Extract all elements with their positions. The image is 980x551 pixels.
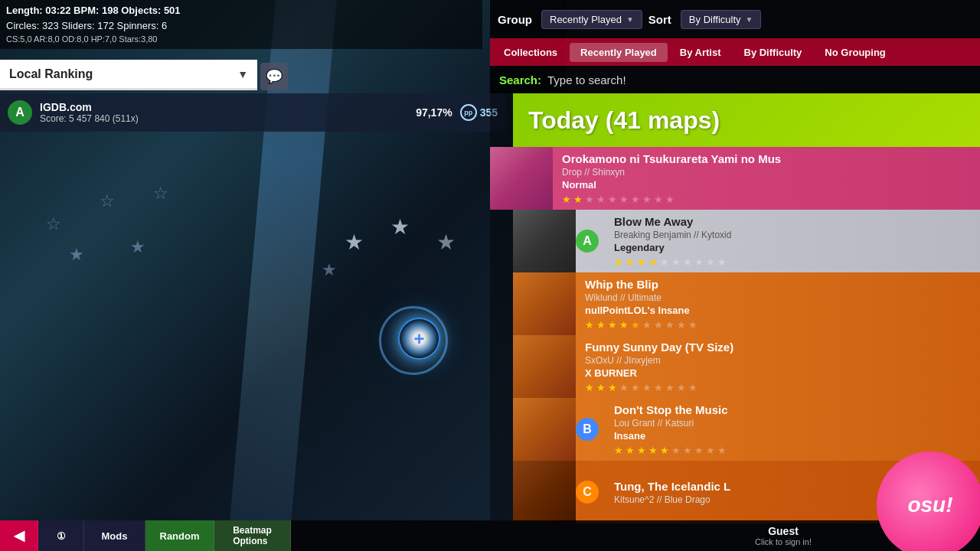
bg-star: ★ [69, 245, 84, 265]
score-entry: A IGDB.com Score: 5 457 840 (511x) 97,17… [0, 93, 505, 132]
mods-button[interactable]: Mods [84, 520, 145, 551]
hit-star: ★ [390, 214, 410, 240]
song-stars-2: ★ ★ ★ ★ ★ ★ ★ ★ ★ ★ [614, 256, 971, 268]
filter-by-artist[interactable]: By Artist [669, 43, 732, 62]
song-thumb-4 [513, 335, 576, 398]
filter-by-difficulty[interactable]: By Difficulty [733, 43, 813, 62]
search-label: Search: [499, 73, 541, 86]
map-stats-line3: CS:5,0 AR:8,0 OD:8,0 HP:7,0 Stars:3,80 [6, 33, 476, 46]
filter-collections[interactable]: Collections [493, 43, 568, 62]
song-title-4: Funny Sunny Day (TV Size) [585, 341, 971, 354]
song-grade-5: B [576, 418, 599, 441]
filter-no-grouping[interactable]: No Grouping [814, 43, 896, 62]
crosshair-icon: + [413, 328, 424, 350]
song-item-3[interactable]: Whip the Blip Wiklund // Ultimate nullPo… [513, 272, 980, 335]
score-accuracy: 97,17% [416, 106, 452, 119]
song-grade-2: A [576, 230, 599, 253]
song-item-2[interactable]: A Blow Me Away Breaking Benjamin // Kyto… [513, 210, 980, 272]
song-thumb-1 [490, 147, 553, 210]
score-grade-badge: A [8, 100, 32, 125]
filter-recently-played[interactable]: Recently Played [570, 43, 668, 62]
song-info-2: Blow Me Away Breaking Benjamin // Kytoxi… [605, 210, 980, 272]
map-stats-line2: Circles: 323 Sliders: 172 Spinners: 6 [6, 18, 476, 34]
mode-icon: ① [57, 530, 66, 542]
song-thumb-2 [513, 210, 576, 272]
song-title-5: Don't Stop the Music [614, 403, 971, 416]
bg-star: ★ [130, 237, 145, 257]
song-info-5: Don't Stop the Music Lou Grant // Katsur… [605, 399, 980, 461]
top-info-bar: Length: 03:22 BPM: 198 Objects: 501 Circ… [0, 0, 482, 49]
score-player-name: IGDB.com [40, 101, 139, 113]
bg-star: ☆ [153, 184, 168, 204]
search-placeholder: Type to search! [547, 73, 626, 86]
hit-star: ★ [322, 260, 337, 280]
song-stars-4: ★ ★ ★ ★ ★ ★ ★ ★ ★ ★ [585, 382, 971, 393]
song-artist-4: SxOxU // JInxyjem [585, 355, 971, 366]
chat-icon[interactable]: 💬 [260, 63, 288, 90]
pp-circle-icon: pp [460, 104, 477, 121]
right-panel: Group Recently Played ▼ Sort By Difficul… [490, 0, 980, 520]
hit-star: ★ [436, 230, 456, 255]
random-button[interactable]: Random [145, 520, 214, 551]
map-stats-line1: Length: 03:22 BPM: 198 Objects: 501 [6, 3, 476, 18]
search-bar: Search: Type to search! [490, 66, 980, 93]
song-artist-3: Wiklund // Ultimate [585, 292, 971, 303]
sort-value: By Difficulty [689, 14, 741, 25]
score-value: Score: 5 457 840 (511x) [40, 113, 139, 124]
song-stars-1: ★ ★ ★ ★ ★ ★ ★ ★ ★ ★ [562, 194, 971, 205]
song-difficulty-1: Normal [562, 179, 971, 191]
song-title-3: Whip the Blip [585, 278, 971, 291]
today-header: Today (41 maps) [513, 93, 980, 147]
guest-info: Guest Click to sign in! [755, 525, 812, 546]
group-sort-bar: Group Recently Played ▼ Sort By Difficul… [490, 0, 980, 38]
filter-bar: Collections Recently Played By Artist By… [490, 38, 980, 66]
bg-star: ☆ [100, 191, 115, 211]
bottom-bar: ◀ ① Mods Random BeatmapOptions Guest Cli… [0, 520, 980, 551]
song-info-4: Funny Sunny Day (TV Size) SxOxU // JInxy… [576, 336, 980, 398]
hit-circle-active: + [398, 318, 440, 360]
group-label: Group [498, 13, 532, 26]
song-difficulty-5: Insane [614, 430, 971, 442]
sort-dropdown-arrow: ▼ [746, 15, 753, 24]
song-grade-6: C [576, 481, 599, 504]
song-artist-1: Drop // Shinxyn [562, 167, 971, 178]
song-info-1: Orokamono ni Tsukurareta Yami no Mus Dro… [553, 148, 980, 210]
song-title-1: Orokamono ni Tsukurareta Yami no Mus [562, 152, 971, 165]
local-ranking-label: Local Ranking [9, 67, 93, 81]
song-item-1[interactable]: Orokamono ni Tsukurareta Yami no Mus Dro… [490, 147, 980, 210]
song-difficulty-2: Legendary [614, 242, 971, 253]
song-thumb-3 [513, 272, 576, 335]
guest-name: Guest [755, 525, 812, 537]
group-dropdown-arrow: ▼ [626, 15, 634, 24]
hit-star: ★ [345, 230, 364, 255]
bg-star: ☆ [46, 214, 61, 234]
song-difficulty-3: nullPointLOL's Insane [585, 305, 971, 316]
guest-area[interactable]: Guest Click to sign in! [740, 520, 827, 551]
dropdown-arrow-icon: ▼ [237, 68, 248, 80]
group-value: Recently Played [550, 14, 622, 25]
sort-dropdown[interactable]: By Difficulty ▼ [681, 10, 762, 29]
today-text: Today (41 maps) [528, 106, 720, 135]
song-item-5[interactable]: B Don't Stop the Music Lou Grant // Kats… [513, 398, 980, 461]
guest-signin: Click to sign in! [755, 537, 812, 546]
song-difficulty-4: X BURNER [585, 367, 971, 379]
song-thumb-6 [513, 461, 576, 523]
group-dropdown[interactable]: Recently Played ▼ [541, 10, 642, 29]
local-ranking-dropdown[interactable]: Local Ranking ▼ [0, 60, 257, 90]
song-artist-5: Lou Grant // Katsuri [614, 418, 971, 429]
song-thumb-5 [513, 398, 576, 461]
osu-logo[interactable]: osu! [877, 452, 980, 551]
mode-button[interactable]: ① [38, 520, 84, 551]
song-item-4[interactable]: Funny Sunny Day (TV Size) SxOxU // JInxy… [513, 335, 980, 398]
song-info-3: Whip the Blip Wiklund // Ultimate nullPo… [576, 273, 980, 335]
song-stars-3: ★ ★ ★ ★ ★ ★ ★ ★ ★ ★ [585, 319, 971, 331]
back-button[interactable]: ◀ [0, 520, 38, 551]
beatmap-options-button[interactable]: BeatmapOptions [214, 520, 291, 551]
song-artist-2: Breaking Benjamin // Kytoxid [614, 230, 971, 240]
sort-label: Sort [648, 13, 671, 26]
song-title-2: Blow Me Away [614, 215, 971, 228]
